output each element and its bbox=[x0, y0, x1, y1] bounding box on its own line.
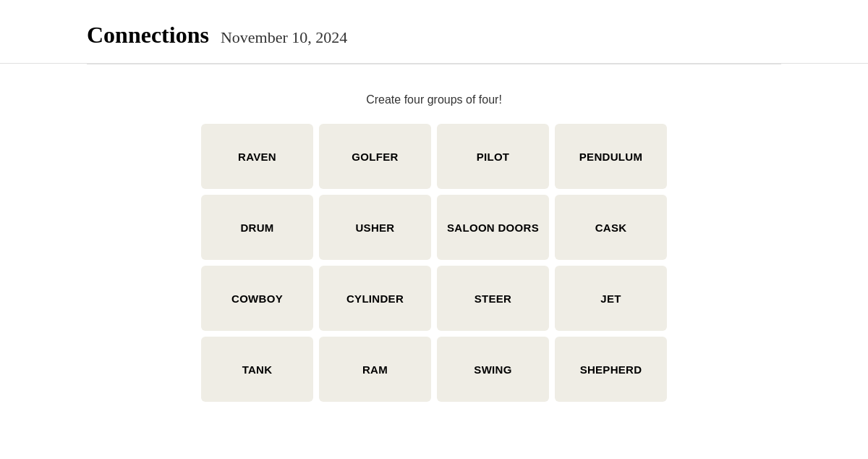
tile-saloon-doors[interactable]: SALOON DOORS bbox=[437, 195, 549, 260]
tile-label-ram: RAM bbox=[362, 363, 388, 376]
tile-cask[interactable]: CASK bbox=[555, 195, 667, 260]
tile-label-golfer: GOLFER bbox=[352, 151, 398, 163]
tile-label-saloon-doors: SALOON DOORS bbox=[447, 222, 539, 234]
main-content: Create four groups of four! RAVENGOLFERP… bbox=[0, 64, 868, 431]
tile-label-cask: CASK bbox=[595, 222, 627, 234]
tile-label-tank: TANK bbox=[242, 363, 273, 376]
tile-jet[interactable]: JET bbox=[555, 266, 667, 331]
tile-label-swing: SWING bbox=[474, 363, 511, 376]
header-date: November 10, 2024 bbox=[221, 28, 347, 47]
tile-label-shepherd: SHEPHERD bbox=[580, 363, 642, 376]
tile-label-jet: JET bbox=[600, 292, 621, 305]
app-title: Connections bbox=[87, 22, 209, 49]
tile-cowboy[interactable]: COWBOY bbox=[201, 266, 313, 331]
tile-label-pendulum: PENDULUM bbox=[579, 151, 642, 163]
tile-steer[interactable]: STEER bbox=[437, 266, 549, 331]
tile-label-cowboy: COWBOY bbox=[231, 292, 283, 305]
tile-golfer[interactable]: GOLFER bbox=[319, 124, 431, 189]
tile-tank[interactable]: TANK bbox=[201, 337, 313, 402]
tile-label-drum: DRUM bbox=[240, 222, 273, 234]
instructions-text: Create four groups of four! bbox=[366, 93, 502, 106]
tile-shepherd[interactable]: SHEPHERD bbox=[555, 337, 667, 402]
tile-label-usher: USHER bbox=[355, 222, 394, 234]
tile-cylinder[interactable]: CYLINDER bbox=[319, 266, 431, 331]
tile-swing[interactable]: SWING bbox=[437, 337, 549, 402]
tile-label-raven: RAVEN bbox=[238, 151, 276, 163]
header: Connections November 10, 2024 bbox=[0, 0, 868, 64]
tile-label-cylinder: CYLINDER bbox=[346, 292, 404, 305]
tile-ram[interactable]: RAM bbox=[319, 337, 431, 402]
tile-drum[interactable]: DRUM bbox=[201, 195, 313, 260]
tile-pilot[interactable]: PILOT bbox=[437, 124, 549, 189]
tile-label-steer: STEER bbox=[475, 292, 512, 305]
tile-raven[interactable]: RAVEN bbox=[201, 124, 313, 189]
tile-usher[interactable]: USHER bbox=[319, 195, 431, 260]
tile-label-pilot: PILOT bbox=[477, 151, 510, 163]
word-grid: RAVENGOLFERPILOTPENDULUMDRUMUSHERSALOON … bbox=[201, 124, 667, 402]
tile-pendulum[interactable]: PENDULUM bbox=[555, 124, 667, 189]
